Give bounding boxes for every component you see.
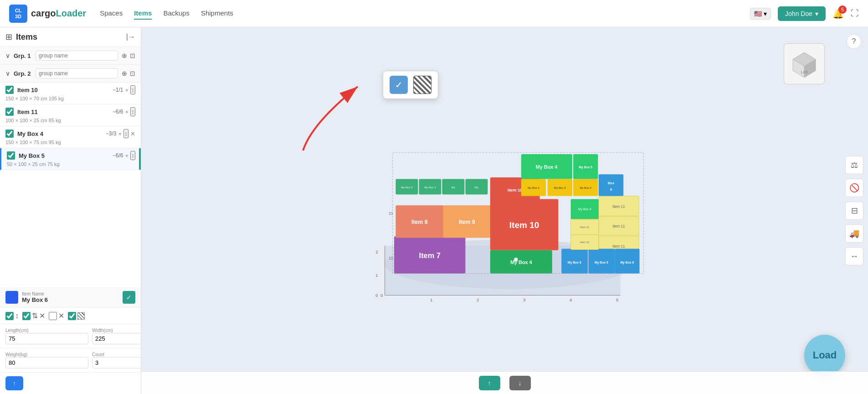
truck-icon-button[interactable]: 🚚: [845, 224, 863, 243]
item11-name: Item 11: [17, 109, 109, 115]
item11-right: −6/6 + ↕: [113, 107, 135, 116]
checkbox-2[interactable]: [22, 312, 31, 320]
grp1-label: Grp. 1: [14, 52, 32, 59]
grp1-name-input[interactable]: [36, 51, 118, 61]
panel-header-left: ⊞ Items: [5, 32, 37, 42]
item11-add-button[interactable]: +: [125, 109, 128, 115]
item11-count: −6/6: [113, 109, 123, 115]
cross-icon-2: ✕: [58, 311, 64, 320]
no-entry-icon: 🚫: [849, 183, 859, 193]
flag-chevron: ▾: [764, 10, 767, 17]
mybox4-checkbox[interactable]: [5, 130, 14, 138]
right-icons-panel: ⚖ 🚫 ⊟ 🚚 ↔: [845, 156, 863, 265]
list-item[interactable]: Item 11 −6/6 + ↕ 100 × 100 × 25 cm 85 kg: [0, 104, 141, 126]
mybox4-dims: 150 × 100 × 75 cm 95 kg: [5, 140, 135, 145]
checkmark-icon: ✓: [395, 79, 403, 90]
item10-add-button[interactable]: +: [125, 87, 128, 93]
length-input[interactable]: [5, 333, 88, 344]
panel-bottom: ↑: [0, 372, 141, 394]
mybox4-row-top: My Box 4 −3/3 + ↕ ✕: [5, 129, 135, 138]
mybox4-top-label: My Box 4: [535, 164, 557, 170]
item10-sort-button[interactable]: ↕: [130, 85, 135, 94]
grp2-name-input[interactable]: [36, 68, 118, 78]
ruler-icon-button[interactable]: ↔: [845, 247, 863, 265]
user-menu-button[interactable]: John Doe ▾: [778, 6, 826, 21]
list-item[interactable]: Item 10 −1/1 + ↕ 150 × 100 × 70 cm 105 k…: [0, 83, 141, 104]
bottom-download-button[interactable]: ↓: [509, 376, 531, 390]
item-confirm-button[interactable]: ✓: [123, 291, 135, 304]
nav-items[interactable]: Items: [134, 7, 152, 20]
logo-text: cargoLoader: [31, 8, 86, 19]
mybox4-delete-button[interactable]: ✕: [130, 130, 135, 137]
grp2-chevron[interactable]: ∨: [5, 70, 10, 77]
logo[interactable]: CL 3D cargoLoader: [9, 5, 86, 23]
box-item7-label: Item 7: [419, 251, 440, 259]
sort-icon-2: ⇅: [32, 311, 38, 320]
mybox5-add-button[interactable]: +: [125, 152, 128, 159]
item10-checkbox[interactable]: [5, 86, 14, 94]
grp2-add-item-button[interactable]: ⊕: [122, 70, 127, 77]
upload-button[interactable]: ↑: [5, 376, 23, 390]
item10-dims: 150 × 100 × 70 cm 105 kg: [5, 96, 135, 101]
ruler-label-0: 0: [380, 293, 383, 298]
no-entry-icon-button[interactable]: 🚫: [845, 179, 863, 197]
ruler-label-4: 4: [569, 297, 572, 302]
check-pair-1: ↕: [5, 312, 19, 320]
ruler-icon: ↔: [850, 252, 858, 261]
grp2-label: Grp. 2: [14, 70, 32, 77]
grp1-options-button[interactable]: ⊡: [130, 52, 135, 59]
ruler-label-1: 1: [430, 297, 432, 302]
fullscreen-button[interactable]: ⛶: [851, 9, 859, 18]
panel-collapse-button[interactable]: |→: [126, 33, 135, 41]
grp1-chevron[interactable]: ∨: [5, 52, 10, 59]
width-input[interactable]: [92, 333, 141, 344]
weight-field: Weight(kg): [5, 352, 88, 368]
tooltip-check-icon[interactable]: ✓: [390, 76, 408, 94]
item-color-picker[interactable]: [5, 291, 18, 304]
mybox5-row-top: My Box 5 −6/6 + ↕: [7, 151, 135, 160]
list-item[interactable]: My Box 4 −3/3 + ↕ ✕ 150 × 100 × 75 cm 95…: [0, 126, 141, 148]
tooltip-pattern-icon[interactable]: [413, 76, 431, 94]
top-navigation: CL 3D cargoLoader Spaces Items Backups S…: [0, 0, 868, 27]
checkbox-4[interactable]: [68, 312, 76, 320]
axis-label-2: 2: [375, 249, 378, 254]
checkbox-1[interactable]: [5, 312, 14, 320]
grp2-options-button[interactable]: ⊡: [130, 70, 135, 77]
mybox4-add-button[interactable]: +: [118, 130, 122, 137]
mybox4-s2-label: My Box 3: [424, 186, 436, 189]
panel-header: ⊞ Items |→: [0, 27, 141, 47]
item10-row-top: Item 10 −1/1 + ↕: [5, 85, 135, 94]
help-button[interactable]: ?: [847, 34, 861, 49]
grp1-add-item-button[interactable]: ⊕: [122, 52, 127, 59]
nav-shipments[interactable]: Shipments: [201, 7, 233, 20]
layers-icon-button[interactable]: ⊟: [845, 202, 863, 220]
bottom-upload-button[interactable]: ↑: [479, 376, 500, 390]
user-name: John Doe: [785, 10, 812, 17]
nav-spaces[interactable]: Spaces: [100, 7, 123, 20]
item11-sort-button[interactable]: ↕: [130, 107, 135, 116]
language-selector[interactable]: 🇺🇸 ▾: [750, 8, 771, 20]
mybox4-s3-label: My: [451, 186, 455, 189]
checkbox-3[interactable]: [49, 312, 57, 320]
question-icon: ?: [852, 37, 856, 46]
3d-viewport[interactable]: ? Left ⚖ 🚫: [141, 27, 868, 394]
main-layout: ⊞ Items |→ ∨ Grp. 1 ⊕ ⊡ ∨ Grp. 2 ⊕ ⊡: [0, 27, 868, 394]
selected-item-editor: Item Name My Box 6 ✓: [0, 287, 141, 308]
mybox5-name: My Box 5: [19, 152, 109, 159]
mybox4-sort-button[interactable]: ↕: [123, 129, 128, 138]
notifications-button[interactable]: 🔔 5: [832, 8, 844, 19]
item-name-value: My Box 6: [22, 296, 119, 303]
weight-input[interactable]: [5, 357, 88, 368]
mybox5-checkbox[interactable]: [7, 151, 15, 160]
load-button[interactable]: Load: [804, 335, 845, 376]
group-row-1: ∨ Grp. 1 ⊕ ⊡: [0, 47, 141, 65]
list-item[interactable]: My Box 5 −6/6 + ↕ 50 × 100 × 25 cm 75 kg: [0, 148, 141, 170]
count-input[interactable]: [92, 357, 141, 368]
nav-backups[interactable]: Backups: [163, 7, 190, 20]
item11-checkbox[interactable]: [5, 108, 14, 116]
mybox5-sort-button[interactable]: ↕: [130, 151, 135, 160]
weight-icon-button[interactable]: ⚖: [845, 156, 863, 174]
mybox5-dims: 50 × 100 × 25 cm 75 kg: [7, 161, 135, 167]
item11-1-label: Item 11: [612, 205, 625, 209]
mybox5-1-label: My Box 5: [528, 186, 539, 189]
